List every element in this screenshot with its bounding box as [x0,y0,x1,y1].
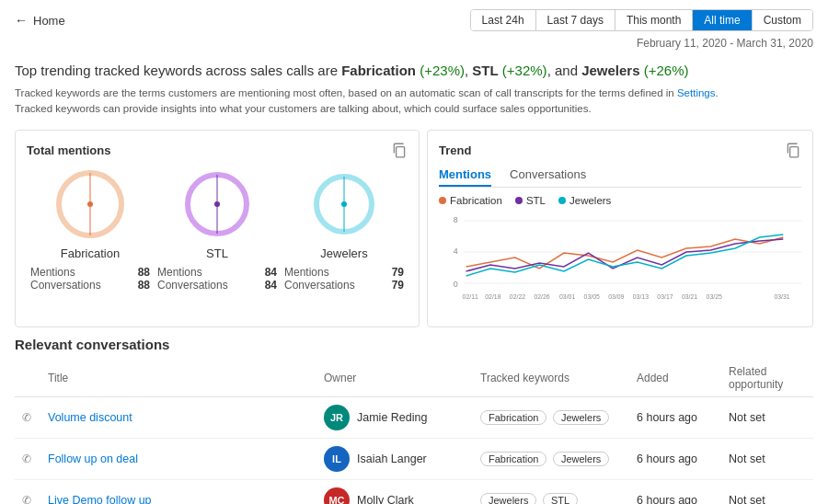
svg-text:8: 8 [454,215,458,224]
svg-rect-10 [790,147,799,157]
title-cell-2[interactable]: Follow up on deal [40,439,316,480]
kw2-pct: (+32%) [502,63,547,78]
table-row: ✆ Volume discount JR Jamie Reding Fabric… [15,397,813,439]
kw3-pct: (+26%) [644,63,689,78]
phone-icon: ✆ [22,494,31,504]
sub1: Tracked keywords are the terms customers… [15,87,677,98]
keyword-tag[interactable]: Jewelers [553,410,609,425]
circle-fabrication: Fabrication [53,167,127,260]
added-cell-1: 6 hours ago [629,397,721,439]
owner-name-1: Jamie Reding [357,411,427,424]
phone-icon: ✆ [22,452,31,465]
kw3: Jewelers [581,63,639,78]
owner-cell-2: IL Isaiah Langer [316,439,473,480]
phone-icon-cell-2: ✆ [15,439,40,480]
back-link[interactable]: ← Home [15,13,65,28]
stl-stats: Mentions 84 Conversations 84 [157,266,277,292]
svg-text:03/09: 03/09 [608,293,624,300]
title-cell-3[interactable]: Live Demo follow up [40,480,316,505]
trend-copy-icon[interactable] [785,142,801,158]
keyword-tag[interactable]: Jewelers [480,493,536,504]
keyword-tag[interactable]: Fabrication [480,452,546,466]
opportunity-cell-1: Not set [721,397,813,439]
keyword-tag[interactable]: Fabrication [480,410,546,425]
col-opportunity-header: Related opportunity [721,361,813,397]
filter-thismonth[interactable]: This month [615,10,693,30]
col-icon-header [15,361,40,397]
svg-point-3 [87,201,93,207]
circle-jewelers: Jewelers [307,167,381,260]
svg-text:02/26: 02/26 [534,293,549,300]
svg-text:03/25: 03/25 [707,293,722,300]
owner-cell-1: JR Jamie Reding [316,397,473,439]
kw1: Fabrication [341,63,416,78]
conversations-title: Relevant conversations [15,337,813,352]
col-added-header: Added [629,361,721,397]
filter-last7days[interactable]: Last 7 days [536,10,615,30]
back-arrow-icon: ← [15,13,28,28]
jewelers-stats: Mentions 79 Conversations 79 [284,266,404,292]
trend-tabs: Mentions Conversations [439,167,801,188]
title-cell-1[interactable]: Volume discount [40,397,316,439]
col-owner-header: Owner [316,361,473,397]
trend-title: Trend [439,142,801,158]
table-row: ✆ Live Demo follow up MC Molly Clark Jew… [15,480,813,505]
kw2: STL [472,63,498,78]
top-bar: ← Home Last 24h Last 7 days This month A… [0,0,828,37]
main-heading: Top trending tracked keywords across sal… [15,61,813,82]
sub-text: Tracked keywords are the terms customers… [15,86,813,118]
opportunity-cell-2: Not set [721,439,813,480]
col-keywords-header: Tracked keywords [473,361,629,397]
svg-text:03/21: 03/21 [682,293,697,300]
svg-text:0: 0 [454,280,458,289]
conversations-table: Title Owner Tracked keywords Added Relat… [15,361,813,504]
svg-text:03/13: 03/13 [633,293,649,300]
avatar-mc: MC [324,487,350,504]
filter-custom[interactable]: Custom [753,10,812,30]
sub3: Tracked keywords can provide insights in… [15,103,592,114]
phone-icon-cell: ✆ [15,397,40,439]
avatar-il: IL [324,446,350,472]
conversations-section: Relevant conversations Title Owner Track… [15,337,813,504]
phone-icon: ✆ [22,411,31,424]
table-header-row: Title Owner Tracked keywords Added Relat… [15,361,813,397]
tab-mentions[interactable]: Mentions [439,167,491,187]
trend-chart: 8 4 0 02/11 02/18 02/22 02/26 03/01 03/0… [439,212,801,313]
tab-conversations[interactable]: Conversations [510,167,586,187]
svg-rect-0 [397,147,405,157]
time-filter-group: Last 24h Last 7 days This month All time… [470,9,813,31]
svg-text:02/18: 02/18 [485,293,500,300]
avatar-jr: JR [324,405,350,430]
copy-icon[interactable] [391,142,408,158]
kw1-pct: (+23%) [420,63,465,78]
svg-text:03/05: 03/05 [584,293,600,300]
svg-text:03/31: 03/31 [774,293,789,300]
owner-cell-3: MC Molly Clark [316,480,473,505]
filter-last24h[interactable]: Last 24h [471,10,536,30]
svg-text:03/01: 03/01 [559,293,575,300]
total-mentions-panel: Total mentions Fabrication [15,130,420,327]
table-row: ✆ Follow up on deal IL Isaiah Langer Fab… [15,439,813,480]
keyword-tag[interactable]: Jewelers [553,452,609,466]
settings-link[interactable]: Settings [677,87,716,98]
opportunity-cell-3: Not set [721,480,813,505]
filter-alltime[interactable]: All time [693,10,752,30]
keywords-cell-3: Jewelers STL [473,480,629,505]
jewelers-label: Jewelers [320,246,367,260]
fabrication-stats: Mentions 88 Conversations 88 [30,266,150,292]
added-cell-2: 6 hours ago [629,439,721,480]
legend-stl: STL [515,195,546,206]
heading-text-before: Top trending tracked keywords across sal… [15,63,341,78]
fabrication-label: Fabrication [61,246,120,260]
keyword-tag[interactable]: STL [543,493,578,504]
svg-text:02/22: 02/22 [510,293,525,300]
circle-stl: STL [180,167,254,260]
svg-text:4: 4 [454,246,458,256]
svg-text:02/11: 02/11 [463,293,478,300]
date-range: February 11, 2020 - March 31, 2020 [0,37,828,57]
keywords-cell-2: Fabrication Jewelers [473,439,629,480]
svg-point-9 [341,201,347,207]
back-label: Home [33,14,65,28]
trend-panel: Trend Mentions Conversations Fabrication… [427,130,813,327]
col-title-header: Title [40,361,316,397]
